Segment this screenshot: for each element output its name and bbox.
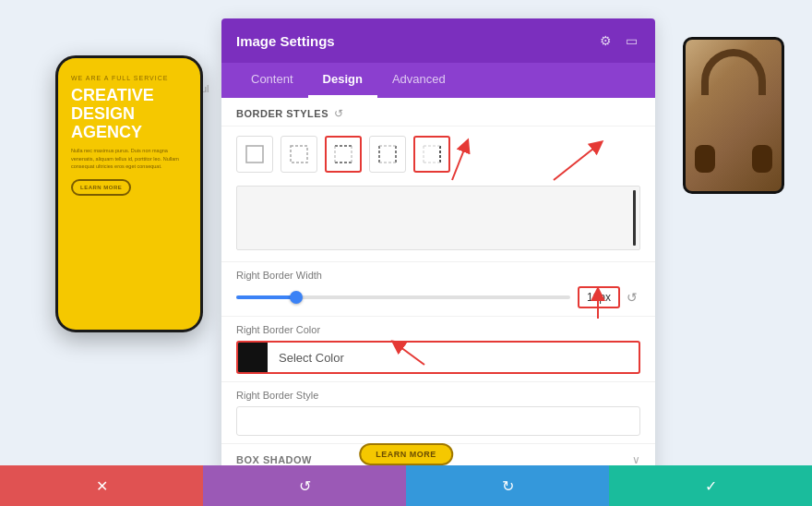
tablet-mockup	[683, 37, 784, 194]
border-styles-title: Border Styles	[236, 108, 328, 119]
confirm-icon: ✓	[705, 477, 717, 495]
slider-thumb[interactable]	[290, 291, 303, 304]
border-style-right-only[interactable]	[413, 136, 450, 173]
redo-button[interactable]: ↻	[406, 465, 609, 506]
right-border-style-label: Right Border Style	[236, 390, 640, 401]
phone-mockup: WE ARE A FULL SERVICE CREATIVEDESIGNAGEN…	[55, 55, 203, 332]
headphone-image	[686, 40, 782, 191]
image-settings-panel: Image Settings ⚙ ▭ Content Design Advanc…	[221, 18, 655, 476]
right-border-color-field: Right Border Color Select Color	[221, 316, 655, 381]
border-preview-area	[236, 186, 640, 250]
phone-tagline: WE ARE A FULL SERVICE	[71, 75, 187, 81]
right-border-color-label: Right Border Color	[236, 324, 640, 335]
tab-content[interactable]: Content	[236, 63, 308, 98]
right-border-width-label: Right Border Width	[236, 270, 640, 281]
box-shadow-label: Box Shadow	[236, 454, 312, 465]
border-styles-header: Border Styles ↺	[221, 98, 655, 126]
color-selector[interactable]: Select Color	[236, 341, 640, 374]
right-border-style-field: Right Border Style	[221, 381, 655, 443]
svg-rect-0	[246, 146, 263, 163]
phone-screen: WE ARE A FULL SERVICE CREATIVEDESIGNAGEN…	[58, 58, 200, 330]
headphone-arc	[701, 49, 766, 95]
redo-icon: ↻	[502, 477, 514, 495]
border-style-top-bottom[interactable]	[325, 136, 362, 173]
bottom-learn-more-container: LEARN MORE	[359, 443, 453, 465]
border-width-value-input[interactable]: 10px	[578, 286, 620, 308]
tablet-screen	[686, 40, 782, 191]
panel-title: Image Settings	[236, 33, 335, 49]
undo-icon: ↺	[299, 477, 311, 495]
border-style-all-dashed[interactable]	[281, 136, 317, 173]
headphone-ear-right	[752, 145, 772, 173]
slider-row: 10px ↺	[236, 286, 640, 308]
cancel-button[interactable]: ✕	[0, 465, 203, 506]
bottom-action-bar: ✕ ↺ ↻ ✓	[0, 465, 812, 506]
tab-advanced[interactable]: Advanced	[377, 63, 460, 98]
confirm-button[interactable]: ✓	[609, 465, 812, 506]
border-styles-options	[221, 126, 655, 182]
color-swatch	[238, 343, 268, 372]
border-width-reset-button[interactable]: ↺	[624, 290, 640, 305]
headphone-ear-left	[695, 145, 715, 173]
border-styles-reset-icon[interactable]: ↺	[334, 107, 343, 120]
panel-header-icons: ⚙ ▭	[596, 31, 640, 50]
border-style-left-right[interactable]	[369, 136, 406, 173]
panel-header: Image Settings ⚙ ▭	[221, 18, 655, 63]
chevron-down-icon: ∨	[632, 453, 640, 466]
phone-headline: CREATIVEDESIGNAGENCY	[71, 87, 187, 141]
tab-design[interactable]: Design	[308, 63, 377, 98]
undo-button[interactable]: ↺	[203, 465, 406, 506]
border-width-slider-track[interactable]	[236, 295, 570, 299]
border-style-none[interactable]	[236, 136, 273, 173]
panel-body: Border Styles ↺	[221, 98, 655, 476]
phone-body: Nulla nec maximus purus. Duis non magna …	[71, 147, 187, 170]
right-border-width-field: Right Border Width 10px ↺	[221, 261, 655, 316]
border-style-select[interactable]	[236, 406, 640, 436]
panel-tabs: Content Design Advanced	[221, 63, 655, 98]
cancel-icon: ✕	[96, 477, 108, 495]
svg-rect-1	[291, 146, 307, 163]
bottom-learn-more-button[interactable]: LEARN MORE	[359, 443, 453, 465]
slider-fill	[236, 295, 296, 299]
settings-icon[interactable]: ⚙	[596, 31, 615, 50]
select-color-label: Select Color	[268, 351, 639, 365]
phone-learn-more-button[interactable]: LEARN MORE	[71, 179, 131, 196]
slider-value-box: 10px ↺	[578, 286, 640, 308]
expand-icon[interactable]: ▭	[622, 31, 640, 50]
